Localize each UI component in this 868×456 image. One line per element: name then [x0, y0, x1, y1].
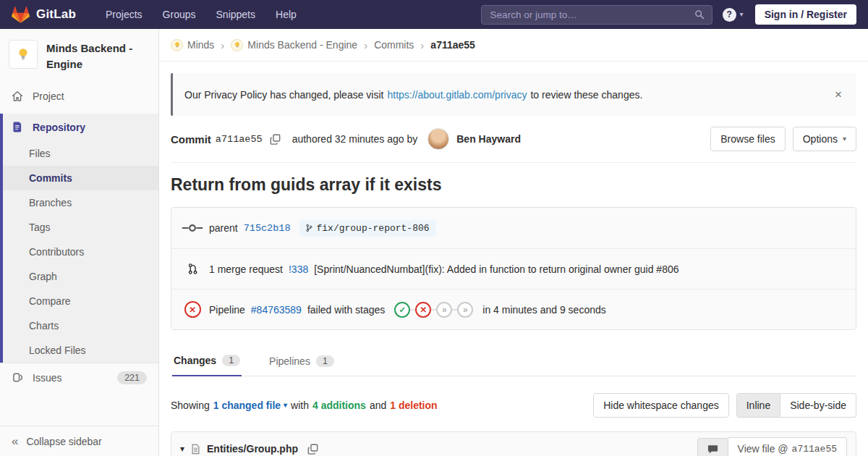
nav-help[interactable]: Help: [268, 4, 305, 25]
with-label: with: [291, 400, 309, 411]
search-icon: [694, 9, 705, 20]
copy-file-path-button[interactable]: [305, 442, 321, 456]
toggle-comments-button[interactable]: [697, 438, 728, 456]
project-avatar-small: [231, 39, 243, 51]
sidebar-item-issues[interactable]: Issues 221: [0, 363, 158, 392]
diff-stats-bar: Showing 1 changed file ▾ with 4 addition…: [171, 393, 856, 418]
breadcrumb-label: Minds: [187, 39, 214, 51]
hide-whitespace-button[interactable]: Hide whitespace changes: [593, 393, 729, 418]
branch-label[interactable]: fix/group-report-806: [299, 220, 436, 237]
privacy-policy-link[interactable]: https://about.gitlab.com/privacy: [387, 89, 527, 101]
sign-in-button[interactable]: Sign in / Register: [755, 4, 856, 25]
commit-info-box: parent 715c2b18 fix/group-report-806: [171, 207, 856, 330]
sidebar-item-branches[interactable]: Branches: [3, 190, 158, 215]
pipeline-duration: in 4 minutes and 9 seconds: [482, 304, 605, 316]
tab-count-badge: 1: [222, 355, 240, 366]
options-label: Options: [803, 133, 838, 145]
showing-label: Showing: [171, 400, 210, 411]
changed-files-dropdown[interactable]: 1 changed file ▾: [213, 400, 287, 411]
tab-changes[interactable]: Changes 1: [172, 346, 242, 376]
chevron-right-icon: ›: [221, 39, 224, 51]
stage-skipped-icon[interactable]: »: [457, 302, 473, 318]
mr-title: [Sprint/NuancedNumbat](fix): Added in fu…: [314, 263, 678, 275]
sidebar-item-charts[interactable]: Charts: [3, 313, 158, 338]
breadcrumb: Minds › Minds Backend - Engine › Commits…: [159, 29, 868, 62]
sidebar-item-compare[interactable]: Compare: [3, 289, 158, 313]
breadcrumb-group[interactable]: Minds: [171, 39, 214, 51]
side-by-side-view-button[interactable]: Side-by-side: [780, 393, 856, 418]
pipeline-label: Pipeline: [209, 304, 245, 316]
banner-text-after: to review these changes.: [530, 89, 642, 101]
collapse-sidebar-button[interactable]: « Collapse sidebar: [0, 426, 158, 456]
search-input[interactable]: [489, 9, 694, 21]
additions-count: 4 additions: [312, 400, 366, 411]
nav-projects[interactable]: Projects: [98, 4, 150, 25]
sidebar-item-label: Repository: [33, 122, 85, 133]
sidebar-item-contributors[interactable]: Contributors: [3, 240, 158, 264]
main-nav: Projects Groups Snippets Help: [98, 4, 305, 25]
view-mode-toggle: Inline Side-by-side: [736, 393, 856, 418]
commit-title: Return from guids array if it exists: [171, 175, 856, 195]
home-icon: [12, 90, 23, 102]
commit-sha: a711ae55: [216, 134, 263, 145]
view-file-button[interactable]: View file @ a711ae55: [728, 437, 847, 456]
project-context[interactable]: Minds Backend - Engine: [0, 29, 158, 83]
breadcrumb-label: Commits: [374, 39, 414, 51]
stage-connector: [410, 309, 415, 311]
stage-connector: [431, 309, 436, 311]
breadcrumb-commits[interactable]: Commits: [374, 39, 414, 51]
page-body: Our Privacy Policy has changed, please v…: [159, 73, 868, 456]
group-avatar: [171, 39, 183, 51]
top-navbar: GitLab Projects Groups Snippets Help ? ▾…: [0, 0, 868, 29]
stage-passed-icon[interactable]: ✓: [394, 302, 410, 318]
merge-request-icon: [182, 263, 203, 274]
options-dropdown-button[interactable]: Options ▾: [793, 127, 856, 151]
commit-meta-header: Commit a711ae55 authored 32 minutes ago …: [171, 116, 856, 163]
tab-pipelines[interactable]: Pipelines 1: [268, 346, 336, 376]
view-file-sha: a711ae55: [792, 444, 837, 455]
sidebar-item-commits[interactable]: Commits: [3, 166, 158, 190]
sidebar-item-tags[interactable]: Tags: [3, 215, 158, 240]
pipeline-id-link[interactable]: #84763589: [251, 304, 302, 316]
sidebar-item-graph[interactable]: Graph: [3, 264, 158, 289]
chevron-right-icon: ›: [364, 39, 367, 51]
inline-view-button[interactable]: Inline: [736, 393, 780, 418]
help-menu[interactable]: ? ▾: [723, 8, 744, 22]
breadcrumb-label: Minds Backend - Engine: [247, 39, 357, 51]
author-avatar[interactable]: [427, 128, 449, 150]
commit-tabs: Changes 1 Pipelines 1: [171, 346, 856, 376]
privacy-policy-banner: Our Privacy Policy has changed, please v…: [171, 73, 856, 116]
search-box[interactable]: [481, 5, 712, 25]
brand-name: GitLab: [36, 7, 76, 22]
chevron-down-icon: ▾: [740, 11, 744, 18]
pipeline-row: ✕ Pipeline #84763589 failed with stages …: [171, 289, 856, 329]
collapse-file-caret-icon[interactable]: ▾: [180, 444, 184, 454]
pipeline-status-text: failed with stages: [307, 304, 385, 316]
changed-files-label: 1 changed file: [213, 400, 281, 411]
copy-icon: [307, 444, 318, 455]
breadcrumb-project[interactable]: Minds Backend - Engine: [231, 39, 357, 51]
sidebar-item-files[interactable]: Files: [3, 141, 158, 166]
nav-snippets[interactable]: Snippets: [208, 4, 263, 25]
nav-groups[interactable]: Groups: [155, 4, 204, 25]
tab-label: Pipelines: [269, 355, 310, 367]
file-path-link[interactable]: Entities/Group.php: [207, 443, 298, 455]
author-name[interactable]: Ben Hayward: [456, 133, 521, 145]
main-content: Minds › Minds Backend - Engine › Commits…: [159, 0, 868, 456]
sidebar-item-locked-files[interactable]: Locked Files: [3, 338, 158, 363]
mr-number-link[interactable]: !338: [289, 263, 308, 275]
sidebar-item-project[interactable]: Project: [0, 83, 158, 110]
mr-prefix: 1 merge request: [209, 263, 283, 275]
and-label: and: [370, 400, 386, 411]
sidebar-item-label: Issues: [33, 372, 61, 384]
browse-files-button[interactable]: Browse files: [710, 127, 785, 151]
sidebar-item-repository[interactable]: Repository: [3, 114, 158, 141]
close-icon[interactable]: ×: [832, 88, 845, 101]
parent-row: parent 715c2b18 fix/group-report-806: [171, 208, 856, 248]
copy-sha-button[interactable]: [267, 132, 284, 146]
stage-failed-icon[interactable]: ✕: [415, 302, 431, 318]
commit-label: Commit: [171, 133, 211, 145]
parent-sha-link[interactable]: 715c2b18: [244, 223, 291, 234]
stage-skipped-icon[interactable]: »: [436, 302, 452, 318]
gitlab-logo[interactable]: GitLab: [12, 6, 76, 24]
